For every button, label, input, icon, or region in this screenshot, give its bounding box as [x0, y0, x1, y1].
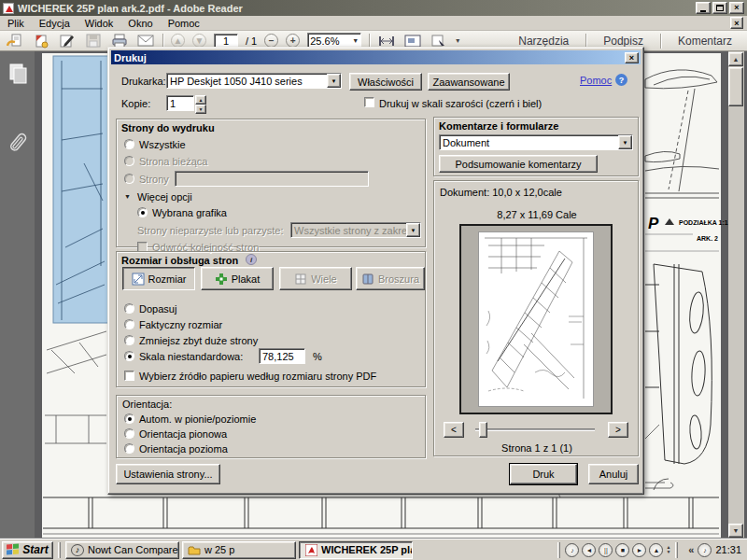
taskbar-grip[interactable] — [58, 542, 61, 558]
preview-prev-page-button[interactable]: < — [444, 422, 464, 438]
next-page-icon[interactable]: ▼ — [192, 34, 206, 48]
odd-even-select[interactable]: Wszystkie strony z zakresu ▼ — [290, 222, 421, 238]
close-button[interactable]: × — [729, 2, 744, 14]
document-size-label: Dokument: 10,0 x 12,0cale — [440, 187, 562, 198]
copies-input[interactable] — [166, 95, 194, 111]
print-dialog-titlebar[interactable]: Drukuj × — [111, 50, 641, 64]
menu-widok[interactable]: Widok — [78, 17, 121, 30]
maximize-button[interactable] — [712, 2, 727, 14]
print-button[interactable]: Druk — [510, 464, 577, 484]
zoom-level-value: 25.6% — [310, 35, 352, 47]
comment-panel-button[interactable]: Komentarz — [669, 35, 741, 48]
pages-range-radio[interactable] — [124, 174, 134, 184]
pages-range-input[interactable] — [175, 171, 369, 187]
taskbar-grip[interactable] — [675, 542, 678, 558]
printer-select[interactable]: HP Deskjet 1050 J410 series ▼ — [166, 73, 342, 89]
preview-page-slider[interactable] — [475, 428, 595, 431]
actual-size-label: Faktyczny rozmiar — [139, 319, 222, 330]
zoom-dropdown-arrow-icon[interactable]: ▼ — [352, 37, 359, 44]
menu-okno[interactable]: Okno — [120, 17, 160, 30]
start-button[interactable]: Start — [2, 541, 53, 559]
orientation-portrait-radio[interactable] — [124, 428, 134, 439]
scroll-up-icon[interactable]: ▲ — [728, 52, 743, 66]
toolbar-expand-arrows[interactable]: ▲▼ — [666, 545, 670, 554]
save-icon[interactable] — [84, 33, 103, 49]
open-file-icon[interactable] — [6, 33, 24, 49]
spinner-up-icon[interactable]: ▲ — [195, 95, 206, 105]
selected-graphic-radio[interactable] — [137, 207, 148, 217]
menu-pomoc[interactable]: Pomoc — [161, 17, 207, 30]
pages-all-radio[interactable] — [124, 139, 134, 149]
size-tab-broszura[interactable]: Broszura — [356, 267, 425, 290]
orientation-landscape-radio[interactable] — [124, 443, 134, 454]
more-options-label[interactable]: Więcej opcji — [137, 191, 192, 203]
preview-next-page-button[interactable]: > — [608, 422, 628, 438]
help-icon[interactable]: ? — [615, 74, 627, 86]
paper-source-checkbox[interactable] — [124, 371, 134, 381]
zoom-out-icon[interactable]: − — [264, 34, 278, 48]
preview-slider-thumb[interactable] — [479, 422, 487, 438]
create-pdf-icon[interactable] — [32, 33, 50, 49]
menu-plik[interactable]: Plik — [0, 17, 32, 30]
spinner-down-icon[interactable]: ▼ — [195, 105, 206, 114]
previous-page-icon[interactable]: ▲ — [171, 34, 185, 48]
actual-size-radio[interactable] — [124, 319, 134, 329]
media-open-icon[interactable]: ♪ — [565, 543, 579, 557]
page-setup-button[interactable]: Ustawienia strony... — [116, 464, 220, 484]
printer-dropdown-arrow-icon[interactable]: ▼ — [327, 74, 341, 88]
size-tab-rozmiar[interactable]: Rozmiar — [122, 267, 195, 290]
sign-panel-button[interactable]: Podpisz — [594, 35, 653, 48]
advanced-button[interactable]: Zaawansowane — [428, 73, 510, 91]
orientation-auto-radio[interactable] — [124, 413, 134, 424]
page-thumbnails-icon[interactable] — [7, 63, 28, 87]
dialog-close-icon[interactable]: × — [625, 52, 639, 63]
media-eject-icon[interactable]: ▲ — [649, 543, 663, 557]
document-close-icon[interactable]: × — [730, 17, 743, 29]
help-link[interactable]: Pomoc — [580, 75, 612, 86]
menu-edycja[interactable]: Edycja — [32, 17, 78, 30]
size-tab-wiele[interactable]: Wiele — [279, 267, 352, 290]
shrink-radio[interactable] — [124, 335, 134, 345]
media-previous-icon[interactable]: ◄ — [582, 543, 596, 557]
size-tab-plakat[interactable]: Plakat — [201, 267, 274, 290]
zoom-in-icon[interactable]: + — [286, 34, 300, 48]
info-icon[interactable]: i — [246, 254, 257, 265]
summarize-comments-button[interactable]: Podsumowanie komentarzy — [439, 155, 598, 173]
minimize-button[interactable] — [696, 2, 711, 14]
grayscale-label: Drukuj w skali szarości (czerń i biel) — [379, 98, 542, 109]
cancel-button[interactable]: Anuluj — [588, 464, 639, 484]
size-tab-label: Wiele — [311, 273, 337, 285]
grayscale-checkbox[interactable] — [364, 97, 374, 107]
menu-bar: Plik Edycja Widok Okno Pomoc × — [0, 16, 747, 31]
sign-pen-icon[interactable] — [58, 33, 77, 49]
properties-button[interactable]: Właściwości — [349, 73, 422, 91]
tray-player-icon[interactable]: ♪ — [698, 543, 712, 557]
copies-spinner[interactable]: ▲ ▼ — [195, 95, 206, 111]
toolbar-separator — [660, 34, 661, 49]
scroll-down-icon[interactable]: ▼ — [728, 524, 743, 538]
fit-label: Dopasuj — [139, 303, 176, 315]
task-folder-w25p[interactable]: w 25 p — [182, 541, 296, 559]
attachments-paperclip-icon[interactable] — [7, 131, 28, 157]
comments-select[interactable]: Dokument ▼ — [439, 134, 633, 150]
task-media-player[interactable]: ♪ Nowt Can Compare To S... — [65, 541, 179, 559]
start-label: Start — [22, 543, 48, 556]
taskbar-grip[interactable] — [557, 542, 560, 558]
odd-even-dropdown-arrow-icon[interactable]: ▼ — [406, 223, 420, 237]
custom-scale-input[interactable] — [259, 348, 305, 364]
comments-dropdown-arrow-icon[interactable]: ▼ — [618, 135, 632, 149]
media-pause-icon[interactable]: || — [599, 543, 613, 557]
tools-panel-button[interactable]: Narzędzia — [509, 35, 578, 48]
media-next-icon[interactable]: ► — [632, 543, 646, 557]
orientation-group: Orientacja: Autom. w pionie/poziomie Ori… — [116, 395, 426, 458]
media-stop-icon[interactable]: ■ — [615, 543, 629, 557]
custom-scale-radio[interactable] — [124, 351, 134, 361]
task-adobe-reader[interactable]: WICHEREK 25P plan a... — [299, 541, 413, 559]
fit-radio[interactable] — [124, 303, 134, 314]
more-tools-chevron-icon[interactable]: ▾ — [456, 36, 459, 45]
vertical-scrollbar[interactable]: ▲ ▼ — [728, 51, 744, 539]
scrollbar-thumb[interactable] — [728, 67, 743, 106]
pages-current-radio[interactable] — [124, 156, 134, 166]
tray-chevron-icon[interactable]: « — [688, 544, 694, 555]
more-options-expander-icon[interactable]: ▼ — [124, 193, 131, 200]
